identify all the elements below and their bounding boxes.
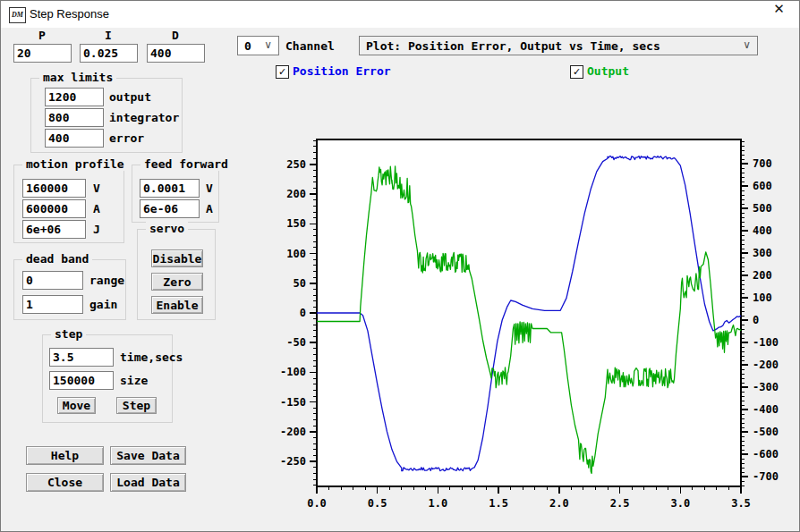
step-title: step	[51, 327, 86, 341]
svg-text:200: 200	[753, 269, 772, 282]
svg-text:-100: -100	[753, 336, 779, 349]
dead-band-title: dead band	[22, 252, 92, 266]
profile-accel-label: A	[93, 202, 100, 215]
svg-text:0.0: 0.0	[307, 497, 327, 510]
svg-text:200: 200	[286, 188, 306, 200]
output-checkbox-label: Output	[587, 64, 629, 78]
i-input[interactable]	[80, 44, 138, 63]
position-error-checkbox[interactable]: ✓	[276, 65, 289, 79]
dead-band-gain-label: gain	[89, 298, 117, 311]
motion-profile-group: motion profile V A J	[13, 165, 124, 243]
svg-text:600: 600	[753, 180, 772, 192]
motion-profile-title: motion profile	[22, 157, 128, 171]
load-data-button[interactable]: Load Data	[110, 473, 186, 492]
p-label: P	[13, 29, 71, 42]
window-body: P I D 0 ∨ Channel Plot: Position Error, …	[1, 28, 800, 532]
d-input[interactable]	[147, 44, 205, 63]
profile-velocity-label: V	[93, 182, 100, 195]
svg-text:250: 250	[286, 158, 306, 171]
chart: 0.00.51.01.52.02.53.03.5250200150100500-…	[269, 122, 800, 528]
profile-velocity-input[interactable]	[22, 179, 86, 198]
svg-text:0: 0	[753, 314, 759, 326]
p-input[interactable]	[13, 44, 72, 63]
svg-text:-500: -500	[753, 426, 779, 438]
d-label: D	[147, 29, 204, 42]
max-output-input[interactable]	[45, 88, 104, 106]
channel-label: Channel	[285, 39, 335, 53]
servo-zero-button[interactable]: Zero	[151, 273, 203, 291]
profile-jerk-input[interactable]	[22, 220, 86, 239]
svg-text:100: 100	[753, 291, 772, 304]
chevron-down-icon: ∨	[264, 38, 272, 51]
ff-accel-input[interactable]	[140, 199, 200, 218]
svg-text:150: 150	[286, 217, 306, 230]
svg-text:2.5: 2.5	[610, 497, 630, 510]
dead-band-gain-input[interactable]	[22, 295, 83, 314]
svg-text:-300: -300	[753, 381, 779, 393]
step-size-input[interactable]	[49, 371, 114, 390]
feed-forward-group: feed forward V A	[132, 165, 219, 223]
max-integrator-input[interactable]	[45, 108, 104, 127]
app-icon: DM	[9, 7, 26, 23]
svg-text:-600: -600	[753, 448, 779, 460]
step-button[interactable]: Step	[116, 397, 157, 414]
svg-text:-150: -150	[280, 396, 306, 409]
svg-text:3.0: 3.0	[670, 497, 690, 510]
help-button[interactable]: Help	[26, 446, 104, 465]
max-integrator-label: integrator	[109, 111, 179, 124]
window-title: Step Response	[30, 7, 109, 21]
svg-text:0.5: 0.5	[368, 497, 387, 510]
title-bar: DM Step Response ✕	[1, 1, 799, 28]
svg-text:700: 700	[753, 157, 772, 170]
servo-title: servo	[146, 222, 188, 235]
ff-velocity-label: V	[206, 182, 213, 195]
plot-select[interactable]: Plot: Position Error, Output vs Time, se…	[359, 36, 758, 55]
close-button[interactable]: Close	[26, 473, 104, 492]
step-time-input[interactable]	[49, 348, 114, 367]
svg-text:1.5: 1.5	[489, 497, 508, 510]
channel-value: 0	[244, 39, 251, 53]
svg-text:100: 100	[286, 248, 306, 260]
svg-text:-700: -700	[753, 470, 779, 483]
close-icon[interactable]: ✕	[759, 1, 799, 27]
servo-disable-button[interactable]: Disable	[151, 249, 203, 267]
step-time-label: time,secs	[120, 350, 183, 364]
step-group: step time,secs size Move Step	[42, 334, 173, 423]
max-error-input[interactable]	[45, 129, 104, 148]
plot-select-value: Plot: Position Error, Output vs Time, se…	[366, 39, 660, 53]
dead-band-group: dead band range gain	[13, 259, 126, 320]
save-data-button[interactable]: Save Data	[110, 446, 186, 465]
svg-text:-100: -100	[280, 366, 306, 378]
max-output-label: output	[109, 90, 151, 104]
svg-text:-250: -250	[280, 455, 306, 468]
ff-velocity-input[interactable]	[140, 179, 200, 198]
svg-text:-400: -400	[753, 403, 779, 416]
dead-band-range-input[interactable]	[22, 271, 83, 290]
svg-text:0: 0	[300, 307, 306, 319]
max-limits-group: max limits output integrator error	[30, 78, 183, 153]
profile-accel-input[interactable]	[22, 199, 86, 218]
move-button[interactable]: Move	[57, 397, 96, 414]
i-label: I	[80, 29, 137, 42]
max-error-label: error	[109, 131, 144, 145]
step-response-window: DM Step Response ✕ P I D 0 ∨ Channel Plo…	[0, 0, 800, 532]
feed-forward-title: feed forward	[140, 157, 232, 171]
channel-select[interactable]: 0 ∨	[237, 36, 279, 55]
step-size-label: size	[120, 374, 148, 387]
chevron-down-icon: ∨	[743, 38, 751, 51]
svg-text:2.0: 2.0	[549, 497, 569, 510]
svg-text:400: 400	[753, 224, 772, 237]
svg-text:-200: -200	[753, 359, 779, 371]
position-error-checkbox-label: Position Error	[293, 64, 391, 78]
output-checkbox[interactable]: ✓	[570, 65, 583, 79]
svg-text:3.5: 3.5	[731, 497, 751, 510]
chart-svg: 0.00.51.01.52.02.53.03.5250200150100500-…	[269, 122, 800, 528]
svg-text:1.0: 1.0	[429, 497, 448, 510]
ff-accel-label: A	[206, 202, 213, 215]
svg-text:50: 50	[294, 277, 306, 290]
dead-band-range-label: range	[89, 274, 124, 287]
servo-enable-button[interactable]: Enable	[151, 296, 203, 314]
svg-text:500: 500	[753, 202, 772, 215]
max-limits-title: max limits	[39, 71, 116, 84]
svg-text:-200: -200	[280, 426, 306, 438]
